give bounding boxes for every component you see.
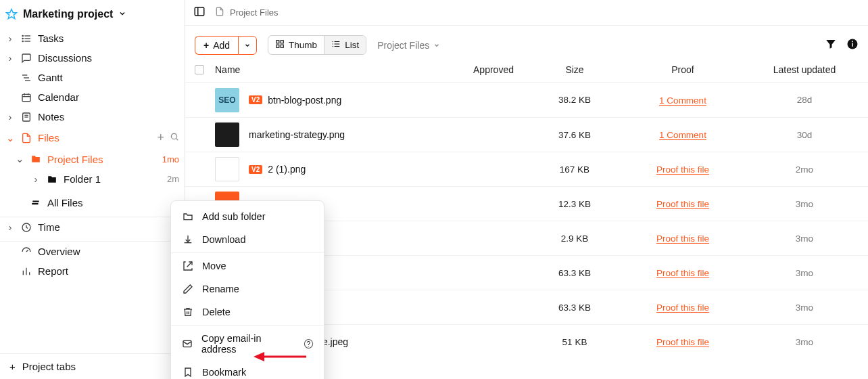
meta-text: 2m [167,174,179,184]
svg-line-18 [176,139,178,141]
toolbar: + Add Thumb List [185,26,868,60]
svg-line-20 [26,250,28,252]
selector-label: Project Files [377,40,429,51]
annotation-arrow [254,350,308,363]
sidebar-all-files[interactable]: All Files [0,193,185,213]
chevron-right-icon: › [5,32,15,44]
sidebar-item-discussions[interactable]: › Discussions [0,48,185,68]
bookmark-icon [182,367,194,378]
proof-link[interactable]: Proof this file [656,233,709,244]
cell-size: 2.9 KB [534,233,615,244]
folder-outline-icon [182,211,194,222]
table-row[interactable]: V2 2 (1).png 167 KB Proof this file 2mo [185,152,868,186]
sidebar-project-files[interactable]: ⌄ Project Files 1mo [0,149,185,169]
project-tabs-button[interactable]: + Project tabs [0,353,185,379]
filter-icon[interactable] [825,38,837,52]
col-approved-header[interactable]: Approved [453,64,534,75]
svg-rect-29 [281,45,283,47]
menu-add-subfolder[interactable]: Add sub folder [171,205,324,228]
col-proof-header[interactable]: Proof [615,64,750,75]
sidebar-item-label: Time [38,221,60,233]
proof-link[interactable]: Proof this file [656,337,709,347]
file-icon [20,133,32,143]
clock-icon [20,222,32,233]
sidebar-item-time[interactable]: › Time [0,217,185,237]
add-dropdown[interactable] [238,36,257,55]
svg-point-5 [22,38,23,39]
folder-selector[interactable]: Project Files [377,40,440,51]
svg-point-17 [171,133,176,139]
cell-updated: 3mo [750,199,859,209]
sidebar-folder-1[interactable]: › Folder 1 2m [0,169,185,189]
sidebar-item-notes[interactable]: › Notes [0,107,185,127]
chevron-right-icon: › [5,221,15,233]
svg-marker-41 [254,352,264,361]
add-button[interactable]: + Add [195,36,238,55]
cell-updated: 3mo [750,303,859,313]
chevron-right-icon: › [31,173,41,185]
sidebar-item-files[interactable]: ⌄ Files + [0,127,185,149]
breadcrumb[interactable]: Project Files [215,7,279,18]
proof-link[interactable]: 1 Comment [659,130,706,140]
sidebar-item-label: Files [38,132,59,143]
cell-size: 63.3 KB [534,303,615,313]
table-row[interactable]: marketing-strategy.png 37.6 KB 1 Comment… [185,117,868,152]
project-tabs-label: Project tabs [22,361,76,372]
sidebar-item-report[interactable]: Report [0,261,185,281]
add-label: Add [213,40,230,51]
menu-label: Delete [202,307,231,317]
svg-rect-37 [852,43,853,47]
menu-label: Bookmark [202,367,246,378]
file-name-text: marketing-strategy.png [249,129,345,140]
folder-icon [46,175,58,184]
view-list-button[interactable]: List [324,36,366,54]
col-size-header[interactable]: Size [534,64,615,75]
nav: › Tasks › Discussions Gantt [0,26,185,284]
chevron-right-icon: › [5,52,15,64]
cell-size: 12.3 KB [534,199,615,209]
menu-delete[interactable]: Delete [171,300,324,324]
menu-move[interactable]: Move [171,254,324,277]
proof-link[interactable]: 1 Comment [659,95,706,106]
folder-icon [30,154,42,164]
menu-label: Add sub folder [202,211,266,222]
view-thumb-button[interactable]: Thumb [268,36,324,54]
add-icon[interactable]: + [157,131,164,145]
sidebar-item-calendar[interactable]: Calendar [0,87,185,107]
sidebar-item-label: Report [38,265,68,277]
menu-bookmark[interactable]: Bookmark [171,361,324,379]
sidebar-item-label: Tasks [38,32,64,44]
svg-rect-28 [276,45,279,47]
cell-updated: 28d [750,95,859,105]
col-updated-header[interactable]: Latest updated [750,64,859,75]
calendar-icon [20,92,32,103]
proof-link[interactable]: Proof this file [656,199,709,209]
select-all-checkbox[interactable] [195,65,204,74]
proof-link[interactable]: Proof this file [656,164,709,175]
svg-rect-26 [276,41,279,43]
svg-point-38 [852,41,853,42]
sidebar-item-label: Gantt [38,72,63,83]
project-header[interactable]: Marketing project [0,0,185,26]
col-name-header[interactable]: Name [215,64,453,75]
svg-rect-24 [195,7,204,16]
info-icon[interactable] [846,38,859,52]
file-thumbnail [215,122,239,147]
help-icon[interactable]: ? [304,339,313,349]
proof-link[interactable]: Proof this file [656,303,709,313]
menu-label: Rename [202,284,239,294]
menu-download[interactable]: Download [171,228,324,251]
project-title: Marketing project [23,8,113,20]
menu-rename[interactable]: Rename [171,277,324,300]
table-row[interactable]: SEO V2 btn-blog-post.png 38.2 KB 1 Comme… [185,83,868,117]
search-icon[interactable] [170,132,179,143]
cell-updated: 3mo [750,233,859,244]
sidebar-item-gantt[interactable]: Gantt [0,68,185,87]
plus-icon: + [9,361,16,372]
sidebar-item-overview[interactable]: Overview [0,241,185,261]
sidebar-item-tasks[interactable]: › Tasks [0,28,185,48]
view-label: Thumb [289,40,317,50]
mail-icon [182,338,193,349]
proof-link[interactable]: Proof this file [656,268,709,278]
panel-toggle-icon[interactable] [193,5,206,20]
